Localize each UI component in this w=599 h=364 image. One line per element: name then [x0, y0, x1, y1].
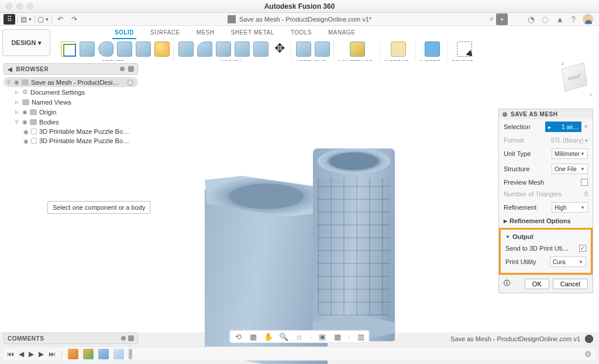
- new-tab-button[interactable]: +: [496, 13, 508, 25]
- tab-solid[interactable]: SOLID: [112, 27, 136, 39]
- row-refinement-options[interactable]: ▶Refinement Options: [499, 215, 593, 227]
- pan-icon[interactable]: ✋: [264, 332, 273, 341]
- browser-item-bodies[interactable]: ▿◉Bodies: [4, 117, 138, 127]
- timeline-last-icon[interactable]: ⏭: [49, 350, 56, 358]
- preview-label: Preview Mesh: [504, 179, 544, 186]
- insert-icon[interactable]: [425, 41, 440, 57]
- fillet-icon[interactable]: [197, 41, 212, 57]
- viewcube[interactable]: RIGHT z x: [563, 65, 591, 93]
- cancel-button[interactable]: Cancel: [553, 279, 588, 289]
- save-as-mesh-dialog: SAVE AS MESH Selection ▸1 se… × Format S…: [498, 109, 593, 293]
- shell-icon[interactable]: [235, 41, 250, 57]
- redo-icon[interactable]: ↷: [68, 14, 80, 25]
- extrude-icon[interactable]: [80, 41, 95, 57]
- unit-dropdown[interactable]: Millimeter▼: [552, 148, 588, 159]
- browser-item-body1[interactable]: ◉3D Printable Maze Puzzle Bo…: [4, 127, 138, 136]
- comments-panel-header[interactable]: COMMENTS: [4, 332, 138, 344]
- presspull-icon[interactable]: [178, 41, 194, 57]
- comments-pin-icon[interactable]: [128, 335, 134, 341]
- selection-label: Selection: [504, 123, 530, 130]
- measure-icon[interactable]: [391, 41, 406, 57]
- construct-icon[interactable]: [350, 41, 365, 57]
- dialog-title-bar[interactable]: SAVE AS MESH: [499, 109, 593, 119]
- tab-surface[interactable]: SURFACE: [148, 27, 183, 39]
- chamfer-icon[interactable]: [216, 41, 231, 57]
- timeline-first-icon[interactable]: ⏮: [7, 350, 14, 358]
- display-style-icon[interactable]: ▣: [318, 332, 327, 341]
- tab-close-icon[interactable]: ×: [489, 15, 494, 23]
- document-tab[interactable]: Save as Mesh - ProductDesignOnline.com v…: [0, 15, 599, 23]
- extensions-icon[interactable]: ◔: [528, 15, 535, 24]
- tab-mesh[interactable]: MESH: [194, 27, 217, 39]
- loft-icon[interactable]: [136, 41, 151, 57]
- asbuilt-joint-icon[interactable]: [315, 41, 330, 57]
- body-icon: [31, 129, 37, 134]
- unit-label: Unit Type: [504, 150, 531, 157]
- mac-titlebar: Autodesk Fusion 360: [0, 0, 599, 13]
- timeline-next-icon[interactable]: ▶: [39, 350, 44, 358]
- lookat-icon[interactable]: ▦: [249, 332, 258, 341]
- document-tab-bar: Save as Mesh - ProductDesignOnline.com v…: [0, 13, 599, 26]
- revolve-icon[interactable]: [98, 41, 113, 57]
- structure-label: Structure: [504, 165, 530, 172]
- dialog-info-icon[interactable]: ⓘ: [504, 279, 510, 289]
- browser-header[interactable]: ◀ BROWSER: [4, 63, 138, 75]
- form-icon[interactable]: [154, 41, 170, 57]
- grid-icon[interactable]: ▦: [333, 332, 342, 341]
- tab-manage[interactable]: MANAGE: [326, 27, 357, 39]
- dialog-footer: ⓘ OK Cancel: [499, 275, 593, 293]
- tab-sheetmetal[interactable]: SHEET METAL: [229, 27, 277, 39]
- browser-search-icon[interactable]: [120, 67, 125, 71]
- browser-item-origin[interactable]: ▹◉Origin: [4, 107, 138, 117]
- help-icon[interactable]: ?: [571, 15, 576, 24]
- browser-item-docsettings[interactable]: ▹⚙Document Settings: [4, 87, 138, 97]
- data-panel-icon[interactable]: ⠿: [4, 14, 15, 25]
- file-menu-icon[interactable]: ▤▼: [20, 14, 32, 25]
- refinement-dropdown[interactable]: High▼: [552, 202, 588, 213]
- utility-dropdown[interactable]: Cura▼: [550, 256, 586, 267]
- timeline-feature-1[interactable]: [68, 349, 78, 359]
- preview-checkbox[interactable]: [581, 179, 588, 186]
- selection-value[interactable]: ▸1 se…: [545, 122, 581, 132]
- job-status-icon[interactable]: ◌: [542, 15, 549, 24]
- tab-tools[interactable]: TOOLS: [288, 27, 314, 39]
- timeline-play-icon[interactable]: ▶: [29, 350, 34, 358]
- sketch-icon[interactable]: [61, 41, 76, 57]
- timeline-settings-icon[interactable]: ⚙: [584, 349, 592, 359]
- timeline-feature-2[interactable]: [83, 349, 94, 359]
- comments-dot-icon[interactable]: [121, 336, 126, 341]
- browser-pin-icon[interactable]: [128, 66, 134, 72]
- move-icon[interactable]: [272, 41, 287, 57]
- selection-clear-icon[interactable]: ×: [584, 123, 588, 131]
- viewcube-face[interactable]: RIGHT: [562, 63, 587, 92]
- combine-icon[interactable]: [253, 41, 268, 57]
- joint-icon[interactable]: [296, 41, 311, 57]
- user-avatar[interactable]: [583, 14, 593, 25]
- status-stop-icon[interactable]: [585, 335, 593, 343]
- viewports-icon[interactable]: ▥: [356, 332, 366, 341]
- triangles-label: Number of Triangles: [504, 190, 562, 197]
- zoom-icon[interactable]: 🔍: [279, 332, 288, 341]
- timeline-prev-icon[interactable]: ◀: [19, 350, 24, 358]
- browser-root[interactable]: ▿◉ Save as Mesh - ProductDesi… ◯: [4, 77, 138, 87]
- browser-item-namedviews[interactable]: ▹Named Views: [4, 97, 138, 107]
- timeline-end-marker[interactable]: [129, 349, 132, 359]
- ok-button[interactable]: OK: [525, 279, 549, 289]
- browser-item-body2[interactable]: ◉3D Printable Maze Puzzle Bo…: [4, 136, 138, 145]
- structure-dropdown[interactable]: One File▼: [552, 164, 588, 174]
- orbit-icon[interactable]: ⟲: [233, 332, 243, 341]
- workspace-switcher[interactable]: DESIGN ▾: [2, 29, 50, 56]
- select-icon[interactable]: [457, 41, 472, 57]
- fit-icon[interactable]: ⌂: [294, 332, 304, 341]
- timeline-feature-3[interactable]: [98, 349, 109, 359]
- browser-collapse-icon[interactable]: ◀: [8, 66, 13, 72]
- save-icon[interactable]: ▢▼: [37, 14, 49, 25]
- undo-icon[interactable]: ↶: [54, 14, 66, 25]
- notifications-icon[interactable]: ▲: [556, 15, 564, 24]
- send-checkbox[interactable]: ✓: [579, 245, 586, 252]
- sweep-icon[interactable]: [117, 41, 132, 57]
- timeline-feature-4[interactable]: [113, 349, 124, 359]
- model-maze-cylinder[interactable]: [313, 148, 395, 341]
- row-output-header[interactable]: ▼Output: [501, 231, 591, 242]
- status-text: Save as Mesh - ProductDesignOnline.com v…: [450, 335, 580, 342]
